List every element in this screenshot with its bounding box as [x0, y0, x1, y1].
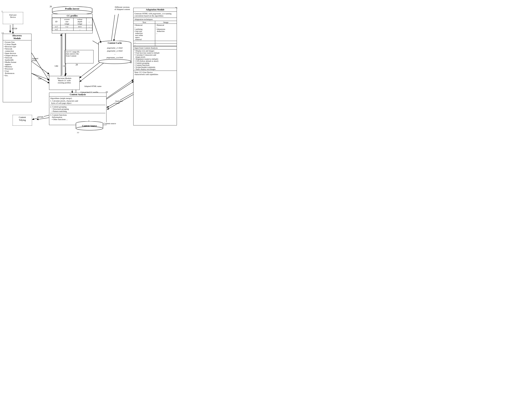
adaptation-generate-section: Generate HTML with pagename_ccn naming c…: [133, 12, 177, 18]
content-cache-cylinder: Content Cache pagename_c1.html pagename_…: [98, 41, 132, 66]
content-source-cylinder: Content Source: [76, 121, 103, 132]
svg-text:Content Source: Content Source: [82, 124, 97, 127]
text-removal: • Removal...• outlining• font size reduc…: [133, 24, 155, 41]
adapted-html-name-label: Adapted HTML name: [84, 85, 101, 87]
svg-point-46: [76, 127, 103, 130]
get-cc-text: Get CC range ID,then retrieve filefrom C…: [65, 50, 93, 58]
discovery-module-box: DiscoveryModule • Screen Size • Colour D…: [3, 34, 32, 102]
number-28: 28: [76, 63, 78, 66]
cc-label: CC: [63, 65, 66, 67]
content-tidying-box: ContentTidying: [13, 115, 32, 126]
dots-left-1: ...: [133, 41, 155, 43]
end-user-device-label: End userDevice: [3, 12, 23, 19]
dots-right-2: .: [155, 44, 177, 46]
dots-left-2: ...: [133, 44, 155, 46]
number-26: 26: [50, 5, 52, 8]
svg-text:pagename_c2.html: pagename_c2.html: [107, 50, 122, 52]
xhtml-label: xHTML: [37, 116, 44, 118]
decision-module-text: Decision ModuleMatch CC withexisting pro…: [49, 76, 79, 84]
svg-text:Content Cache: Content Cache: [108, 42, 122, 44]
discovery-module-title: DiscoveryModule: [3, 34, 31, 40]
uri-label-profile: URI: [55, 65, 58, 67]
techniques-header-row: Text Image: [133, 21, 177, 24]
svg-line-12: [111, 15, 115, 43]
svg-line-34: [107, 82, 133, 99]
svg-line-38: [114, 14, 119, 41]
svg-text:Profile Server: Profile Server: [65, 7, 79, 10]
number-1: 1: [1, 10, 3, 13]
content-analysis-title: Content Analysis: [49, 93, 106, 96]
decision-module-box: Decision ModuleMatch CC withexisting pro…: [49, 76, 80, 90]
end-user-device-box: End userDevice: [3, 12, 23, 24]
discovery-module-content: • Screen Size • Colour Depth • Browser t…: [3, 40, 31, 77]
adaptation-techniques-title: Adaptation techniques: [133, 18, 177, 21]
input-from-ca-title: Input from Content Analysis: [133, 46, 177, 50]
cc-profiles-table: ID screensizerange colourdepthrange ... …: [52, 18, 92, 31]
diagram-container: 1 End userDevice HTTP 12 DiscoveryModule…: [0, 0, 178, 133]
input-from-ca-content: • Display text and images • Font face/si…: [133, 50, 177, 71]
svg-line-6: [107, 80, 133, 98]
content-source-label: Content source: [104, 122, 116, 124]
svg-rect-20: [99, 43, 131, 62]
adapted-html-label: AdaptedHTML: [32, 58, 38, 62]
svg-text:pagename_ccn.html: pagename_ccn.html: [107, 56, 123, 58]
svg-line-36: [80, 63, 104, 82]
uri-label-left: URI: [38, 77, 41, 80]
cc-profiles-title: CC profiles: [52, 14, 92, 18]
svg-text:pagename_c1.html: pagename_c1.html: [107, 47, 122, 49]
image-col-header: Image: [155, 21, 177, 24]
content-analysis-content: Algorithms (might merge): 1. Calculate p…: [49, 96, 106, 121]
content-tidying-label: ContentTidying: [13, 115, 32, 122]
cc-profiles-box: CC profiles ID screensizerange colourdep…: [52, 14, 93, 33]
svg-text:...: ...: [114, 53, 116, 55]
analyzed-result-label: Analyzedresult: [115, 100, 123, 104]
dots-right-1: .: [155, 41, 177, 43]
techniques-dots-row1: ... .: [133, 41, 177, 44]
svg-line-37: [93, 19, 101, 43]
adaptation-module-box: Adaptation Module Generate HTML with pag…: [133, 8, 177, 125]
image-removal: • Removal...• dimension deduction...: [155, 24, 177, 41]
text-col-header: Text: [133, 21, 155, 24]
techniques-row-1: • Removal...• outlining• font size reduc…: [133, 24, 177, 41]
adaptation-module-title: Adaptation Module: [133, 8, 177, 12]
svg-point-23: [99, 59, 131, 64]
number-22: 22: [77, 132, 79, 133]
adaptation-techniques-section: Adaptation techniques Text Image • Remov…: [133, 18, 177, 46]
content-analysis-box: Content Analysis Algorithms (might merge…: [49, 93, 107, 125]
get-cc-box: Get CC range ID,then retrieve filefrom C…: [65, 50, 94, 63]
adaptation-note: Note: CC=User Devicecharacteristics and …: [133, 71, 177, 76]
different-versions-label: Different versionsof Adapted content: [110, 6, 134, 10]
techniques-dots-row2: ... .: [133, 44, 177, 46]
svg-line-1: [29, 59, 49, 74]
http-label: HTTP: [12, 27, 17, 30]
number-10: 10: [130, 61, 132, 64]
svg-line-29: [32, 53, 49, 81]
